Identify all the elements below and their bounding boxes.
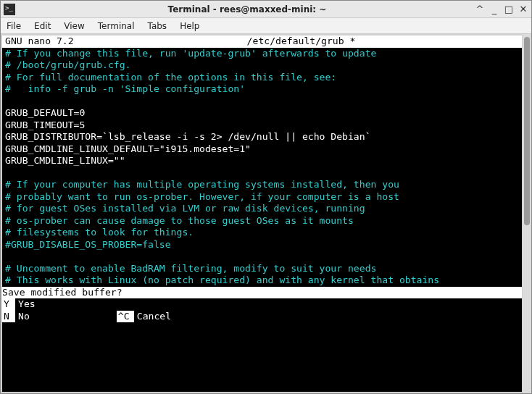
window-frame: Terminal - rees@maxxed-mini: ~ ^ _ □ ✕ F… xyxy=(0,0,532,394)
file-line: GRUB_DISTRIBUTOR=`lsb_release -i -s 2> /… xyxy=(5,131,519,143)
file-line: GRUB_CMDLINE_LINUX_DEFAULT="i915.modeset… xyxy=(5,143,519,156)
option-key-no[interactable]: N xyxy=(2,311,15,323)
file-line: # os-prober can cause damage to those gu… xyxy=(5,215,519,227)
menu-view[interactable]: View xyxy=(62,20,86,33)
file-line: # If your computer has multiple operatin… xyxy=(5,179,519,191)
scrollbar-thumb[interactable] xyxy=(524,37,530,225)
maximize-icon[interactable]: □ xyxy=(504,4,514,14)
close-icon[interactable]: ✕ xyxy=(518,4,528,14)
window-controls: ^ _ □ ✕ xyxy=(475,4,528,14)
file-line: #GRUB_DISABLE_OS_PROBER=false xyxy=(5,239,519,251)
option-label-yes: Yes xyxy=(15,298,36,311)
option-label-no: No xyxy=(15,311,30,323)
file-line: GRUB_DEFAULT=0 xyxy=(5,107,519,120)
menu-help[interactable]: Help xyxy=(178,20,201,33)
file-line: # for guest OSes installed via LVM or ra… xyxy=(5,203,519,215)
titlebar[interactable]: Terminal - rees@maxxed-mini: ~ ^ _ □ ✕ xyxy=(1,1,531,18)
nano-filepath: /etc/default/grub * xyxy=(92,35,510,48)
file-line: # If you change this file, run 'update-g… xyxy=(5,48,519,60)
prompt-text: Save modified buffer? xyxy=(2,287,124,299)
menu-edit[interactable]: Edit xyxy=(33,20,52,33)
terminal-wrap: GNU nano 7.2 /etc/default/grub * # If yo… xyxy=(1,34,531,393)
file-line: GRUB_TIMEOUT=5 xyxy=(5,120,519,132)
menubar: File Edit View Terminal Tabs Help xyxy=(1,18,531,34)
file-line: # probably want to run os-prober. Howeve… xyxy=(5,191,519,204)
file-line xyxy=(5,167,519,180)
file-content: # If you change this file, run 'update-g… xyxy=(2,48,522,287)
file-line: GRUB_CMDLINE_LINUX="" xyxy=(5,155,519,167)
menu-terminal[interactable]: Terminal xyxy=(96,20,136,33)
menu-tabs[interactable]: Tabs xyxy=(146,20,169,33)
menu-file[interactable]: File xyxy=(5,20,22,33)
scrollbar[interactable] xyxy=(523,34,531,393)
file-line xyxy=(5,96,519,108)
file-line: # filesystems to look for things. xyxy=(5,227,519,239)
nano-prompt: Save modified buffer? xyxy=(2,287,522,299)
file-line: # Uncomment to enable BadRAM filtering, … xyxy=(5,263,519,275)
option-label-cancel: Cancel xyxy=(134,311,171,323)
nano-titlebar: GNU nano 7.2 /etc/default/grub * xyxy=(2,35,522,48)
rollup-icon[interactable]: ^ xyxy=(475,4,485,14)
option-key-yes[interactable]: Y xyxy=(2,298,15,311)
file-line xyxy=(5,251,519,263)
file-line: # info -f grub -n 'Simple configuration' xyxy=(5,83,519,96)
window-title: Terminal - rees@maxxed-mini: ~ xyxy=(20,4,475,14)
file-line: # For full documentation of the options … xyxy=(5,72,519,84)
nano-options: Y Yes N No ^C Cancel xyxy=(2,298,522,322)
terminal-icon xyxy=(4,4,15,15)
nano-appname: GNU nano 7.2 xyxy=(5,35,92,48)
file-line: # This works with Linux (no patch requir… xyxy=(5,274,519,287)
option-key-cancel[interactable]: ^C xyxy=(117,311,134,323)
file-line: # /boot/grub/grub.cfg. xyxy=(5,59,519,72)
minimize-icon[interactable]: _ xyxy=(489,4,499,14)
terminal[interactable]: GNU nano 7.2 /etc/default/grub * # If yo… xyxy=(1,34,523,393)
